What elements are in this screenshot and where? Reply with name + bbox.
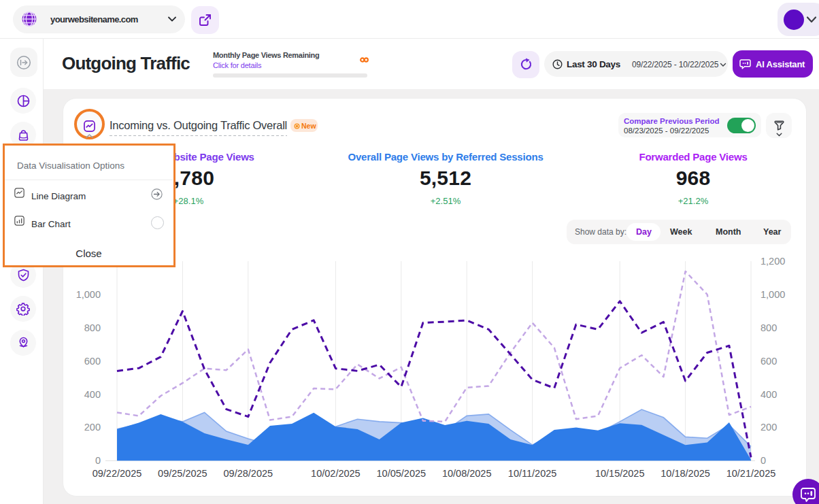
svg-text:400: 400: [84, 389, 101, 400]
svg-text:800: 800: [760, 322, 777, 333]
svg-text:400: 400: [760, 389, 777, 400]
svg-text:1,000: 1,000: [760, 289, 785, 300]
svg-text:200: 200: [84, 422, 101, 433]
svg-text:10/02/2025: 10/02/2025: [311, 468, 361, 479]
svg-text:0: 0: [95, 455, 101, 466]
svg-text:09/22/2025: 09/22/2025: [93, 468, 142, 479]
svg-text:600: 600: [84, 356, 101, 367]
svg-text:09/28/2025: 09/28/2025: [224, 468, 273, 479]
svg-text:10/11/2025: 10/11/2025: [508, 468, 557, 479]
svg-text:1,000: 1,000: [76, 289, 101, 300]
svg-text:10/21/2025: 10/21/2025: [726, 468, 776, 479]
svg-text:200: 200: [760, 422, 777, 433]
svg-text:600: 600: [760, 356, 777, 367]
svg-text:09/25/2025: 09/25/2025: [158, 468, 207, 479]
svg-text:10/18/2025: 10/18/2025: [661, 468, 710, 479]
svg-text:10/05/2025: 10/05/2025: [377, 468, 427, 479]
svg-text:0: 0: [760, 455, 766, 466]
svg-text:800: 800: [84, 322, 101, 333]
svg-text:1,200: 1,200: [760, 256, 785, 267]
svg-text:10/08/2025: 10/08/2025: [442, 468, 492, 479]
svg-text:10/15/2025: 10/15/2025: [595, 468, 645, 479]
